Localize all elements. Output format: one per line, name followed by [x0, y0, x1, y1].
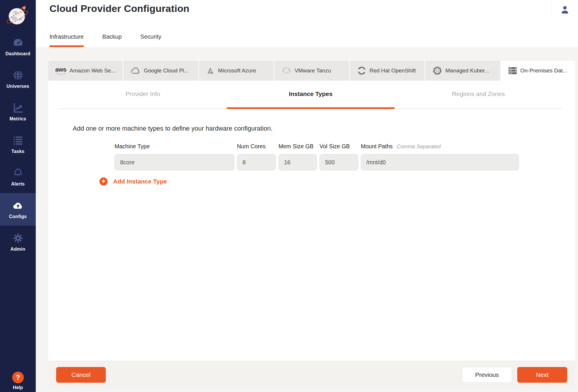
provider-tab-label: Red Hat OpenShift — [370, 67, 416, 74]
vol-size-label: Vol Size GB — [320, 143, 350, 150]
add-instance-type-label: Add Instance Type — [113, 178, 167, 185]
page-title: Cloud Provider Configuration — [49, 3, 190, 14]
sidebar-item-label: Help — [13, 385, 23, 390]
sidebar-item-label: Alerts — [11, 181, 25, 187]
provider-tab-aws[interactable]: aws Amazon Web Se... — [48, 61, 122, 81]
sidebar-item-label: Dashboard — [6, 51, 30, 56]
globe-icon — [12, 70, 24, 81]
provider-tab-gcp[interactable]: Google Cloud Pl... — [124, 61, 198, 81]
provider-config-card: Provider Info Instance Types Regions and… — [48, 81, 575, 361]
sidebar-item-label: Admin — [10, 247, 25, 252]
mem-size-label: Mem Size GB — [279, 143, 313, 150]
page-header: Cloud Provider Configuration Infrastruct… — [36, 0, 578, 47]
server-rack-icon — [508, 67, 517, 75]
mem-size-field-group: Mem Size GB — [279, 143, 317, 170]
sidebar-item-metrics[interactable]: Metrics — [0, 95, 36, 128]
sidebar-item-admin[interactable]: Admin — [0, 226, 36, 258]
sidebar-item-label: Universes — [6, 84, 29, 89]
header-tabs: Infrastructure Backup Security — [49, 33, 161, 47]
sidebar-item-dashboard[interactable]: Dashboard — [0, 30, 36, 63]
person-icon — [560, 5, 570, 16]
sidebar-item-label: Metrics — [10, 116, 26, 122]
provider-tab-kubernetes[interactable]: Managed Kuber... — [425, 61, 499, 81]
user-menu[interactable] — [552, 0, 578, 20]
azure-icon — [206, 67, 215, 75]
num-cores-field-group: Num Cores — [237, 143, 276, 170]
instance-types-description: Add one or more machine types to define … — [73, 125, 575, 132]
bell-icon — [12, 167, 24, 179]
num-cores-label: Num Cores — [237, 143, 266, 150]
app-logo[interactable] — [0, 0, 36, 30]
openshift-icon — [357, 66, 366, 75]
mount-paths-hint: Comma Separated — [397, 144, 440, 150]
gcp-cloud-icon — [131, 67, 140, 75]
tab-backup[interactable]: Backup — [102, 33, 122, 47]
rocket-globe-logo-icon — [5, 3, 31, 28]
sidebar-item-label: Configs — [9, 214, 27, 219]
subtab-instance-types[interactable]: Instance Types — [227, 81, 395, 109]
provider-tab-label: Microsoft Azure — [218, 67, 256, 74]
tab-security[interactable]: Security — [140, 33, 161, 47]
provider-tab-openshift[interactable]: Red Hat OpenShift — [350, 61, 424, 81]
machine-type-field-group: Machine Type — [115, 143, 234, 170]
machine-type-input[interactable] — [115, 154, 234, 170]
plus-icon: + — [99, 177, 108, 186]
provider-tab-label: On-Premises Dat... — [520, 67, 568, 74]
sidebar-spacer — [0, 258, 36, 366]
kubernetes-icon — [432, 66, 442, 75]
sidebar-item-configs[interactable]: Configs — [0, 193, 36, 226]
mount-paths-input[interactable] — [361, 154, 519, 170]
provider-tab-label: Google Cloud Pl... — [144, 67, 188, 74]
provider-tab-label: VMware Tanzu — [295, 67, 331, 74]
provider-tab-tanzu[interactable]: VMware Tanzu — [274, 61, 349, 81]
tanzu-icon — [281, 66, 291, 75]
aws-icon: aws — [55, 66, 66, 75]
sidebar-item-alerts[interactable]: Alerts — [0, 161, 36, 193]
sidebar-item-label: Tasks — [11, 149, 24, 154]
provider-tabs: aws Amazon Web Se... — [48, 61, 575, 81]
gauge-icon — [12, 37, 24, 49]
question-icon: ? — [12, 372, 24, 383]
tab-infrastructure[interactable]: Infrastructure — [49, 33, 84, 47]
mem-size-input[interactable] — [279, 154, 317, 170]
mount-paths-field-group: Mount Paths Comma Separated — [361, 143, 519, 170]
provider-tab-label: Managed Kuber... — [445, 67, 489, 74]
previous-button[interactable]: Previous — [462, 367, 512, 383]
main-area: Cloud Provider Configuration Infrastruct… — [36, 0, 578, 392]
next-button[interactable]: Next — [517, 367, 567, 383]
sidebar-item-tasks[interactable]: Tasks — [0, 128, 36, 161]
sidebar-item-help[interactable]: ? Help — [0, 366, 36, 392]
provider-tab-label: Amazon Web Se... — [69, 67, 115, 74]
subtab-regions-zones[interactable]: Regions and Zones — [395, 81, 562, 109]
sidebar: Dashboard Universes Metri — [0, 0, 36, 392]
content-area: aws Amazon Web Se... — [36, 47, 578, 392]
app-root: Dashboard Universes Metri — [0, 0, 578, 392]
cloud-upload-icon — [12, 200, 24, 211]
list-icon — [12, 135, 24, 146]
provider-subtabs: Provider Info Instance Types Regions and… — [59, 81, 562, 109]
machine-type-label: Machine Type — [115, 143, 150, 150]
mount-paths-label: Mount Paths — [361, 143, 393, 150]
gear-icon — [12, 232, 24, 244]
provider-tab-onprem[interactable]: On-Premises Dat... — [501, 61, 575, 81]
provider-tab-azure[interactable]: Microsoft Azure — [199, 61, 273, 81]
vol-size-field-group: Vol Size GB — [320, 143, 358, 170]
chart-icon — [12, 102, 24, 114]
add-instance-type-button[interactable]: + Add Instance Type — [99, 177, 575, 186]
cancel-button[interactable]: Cancel — [56, 367, 106, 383]
wizard-footer: Cancel Previous Next — [48, 361, 575, 389]
vol-size-input[interactable] — [320, 154, 358, 170]
subtab-provider-info[interactable]: Provider Info — [59, 81, 227, 109]
instance-type-row: Machine Type Num Cores Mem Size GB — [115, 143, 575, 170]
num-cores-input[interactable] — [237, 154, 276, 170]
sidebar-item-universes[interactable]: Universes — [0, 63, 36, 95]
